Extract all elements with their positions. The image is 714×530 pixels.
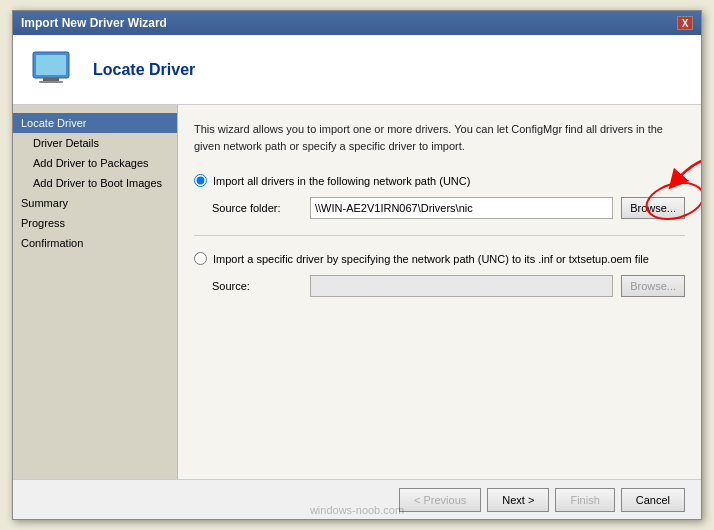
sidebar: Locate Driver Driver Details Add Driver … — [13, 105, 178, 479]
sidebar-item-driver-details[interactable]: Driver Details — [13, 133, 177, 153]
finish-button: Finish — [555, 488, 614, 512]
option2-field-row: Source: Browse... — [212, 275, 685, 297]
svg-rect-2 — [43, 78, 59, 81]
sidebar-item-add-boot[interactable]: Add Driver to Boot Images — [13, 173, 177, 193]
sidebar-item-add-packages[interactable]: Add Driver to Packages — [13, 153, 177, 173]
title-bar: Import New Driver Wizard X — [13, 11, 701, 35]
svg-rect-1 — [36, 55, 66, 75]
option2-label: Import a specific driver by specifying t… — [213, 253, 649, 265]
close-button[interactable]: X — [677, 16, 693, 30]
source-label: Source: — [212, 280, 302, 292]
previous-button[interactable]: < Previous — [399, 488, 481, 512]
cancel-button[interactable]: Cancel — [621, 488, 685, 512]
browse1-button[interactable]: Browse... — [621, 197, 685, 219]
main-area: Locate Driver Driver Details Add Driver … — [13, 105, 701, 479]
footer-bar: < Previous Next > Finish Cancel — [13, 479, 701, 519]
source-input — [310, 275, 613, 297]
source-folder-label: Source folder: — [212, 202, 302, 214]
option1-radio[interactable] — [194, 174, 207, 187]
sidebar-item-locate-driver[interactable]: Locate Driver — [13, 113, 177, 133]
svg-rect-3 — [39, 81, 63, 83]
wizard-header: Locate Driver — [13, 35, 701, 105]
browse2-button: Browse... — [621, 275, 685, 297]
wizard-icon — [29, 46, 77, 94]
option1-radio-row: Import all drivers in the following netw… — [194, 174, 685, 187]
sidebar-item-summary[interactable]: Summary — [13, 193, 177, 213]
source-folder-input[interactable] — [310, 197, 613, 219]
browse1-wrapper: Browse... — [621, 197, 685, 219]
option1-section: Import all drivers in the following netw… — [194, 174, 685, 219]
wizard-window: Import New Driver Wizard X Locate Driver… — [12, 10, 702, 520]
window-title: Import New Driver Wizard — [21, 16, 167, 30]
option1-label: Import all drivers in the following netw… — [213, 175, 470, 187]
option2-section: Import a specific driver by specifying t… — [194, 252, 685, 297]
sidebar-item-progress[interactable]: Progress — [13, 213, 177, 233]
sidebar-item-confirmation[interactable]: Confirmation — [13, 233, 177, 253]
content-area: This wizard allows you to import one or … — [178, 105, 701, 479]
header-title: Locate Driver — [93, 61, 195, 79]
description-text: This wizard allows you to import one or … — [194, 121, 685, 154]
option2-radio[interactable] — [194, 252, 207, 265]
next-button[interactable]: Next > — [487, 488, 549, 512]
option1-field-row: Source folder: Browse... — [212, 197, 685, 219]
option2-radio-row: Import a specific driver by specifying t… — [194, 252, 685, 265]
divider1 — [194, 235, 685, 236]
